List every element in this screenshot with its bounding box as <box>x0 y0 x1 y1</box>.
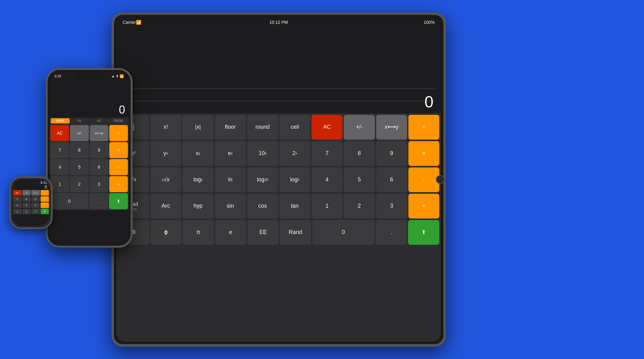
btn-e-to-x[interactable]: ex <box>215 141 246 166</box>
iphone-tab-main[interactable]: MAIN <box>51 118 70 123</box>
btn-round[interactable]: round <box>247 115 278 140</box>
watch-row-3: 4 5 6 - <box>13 202 49 208</box>
btn-5[interactable]: 5 <box>344 167 375 192</box>
btn-cos[interactable]: cos <box>247 194 278 218</box>
watch-btn-2[interactable]: 2 <box>22 209 31 214</box>
iphone-btn-decimal[interactable]: . <box>89 193 108 209</box>
btn-log2[interactable]: log2 <box>279 167 310 192</box>
ipad-battery: 100% <box>424 20 435 25</box>
btn-two-to-x[interactable]: 2x <box>279 141 310 166</box>
iphone-btn-multiply[interactable]: × <box>109 142 128 158</box>
iphone-btn-5[interactable]: 5 <box>70 159 89 175</box>
btn-4[interactable]: 4 <box>311 167 342 192</box>
btn-log-y[interactable]: logy <box>182 167 213 192</box>
ipad-row-1: 1x x! |x| floor round ceil AC +/- x⟷y ÷ <box>118 115 439 140</box>
btn-yth-root[interactable]: y√x <box>150 167 181 192</box>
watch-keyboard: AC +/- x↔y ÷ 7 8 9 × 4 5 6 - 1 2 3 ⬆ <box>12 189 50 215</box>
watch-btn-pm[interactable]: +/- <box>22 190 31 196</box>
iphone-tab-prgm[interactable]: PRGM <box>109 118 128 123</box>
btn-6[interactable]: 6 <box>376 167 407 192</box>
watch-btn-subtract[interactable]: - <box>41 202 49 208</box>
btn-1[interactable]: 1 <box>311 194 342 218</box>
btn-y-to-x[interactable]: yx <box>150 141 181 166</box>
btn-hyp[interactable]: hyp <box>182 194 213 218</box>
ipad-row-5: ⚙ ϕ π e EE Rand 0 . ⬆ <box>118 220 439 245</box>
watch-btn-ac[interactable]: AC <box>13 190 22 196</box>
ipad-carrier: Carrier <box>123 20 136 25</box>
watch-btn-4[interactable]: 4 <box>13 202 22 208</box>
ipad-home-button[interactable] <box>436 175 445 184</box>
iphone-tab-1[interactable]: #1 <box>70 118 89 123</box>
btn-log10[interactable]: log10 <box>247 167 278 192</box>
iphone-btn-4[interactable]: 4 <box>50 159 69 175</box>
watch-btn-divide[interactable]: ÷ <box>41 190 49 196</box>
btn-ln[interactable]: ln <box>215 167 246 192</box>
iphone-btn-6[interactable]: 6 <box>90 159 108 175</box>
ipad-row-4: RadDeg Arc hyp sin cos tan 1 2 3 + <box>118 194 439 218</box>
btn-subtract[interactable]: - <box>408 167 439 192</box>
iphone-row-3: 4 5 6 - <box>50 159 128 175</box>
btn-decimal[interactable]: . <box>376 220 407 245</box>
iphone-tab-2[interactable]: #2 <box>89 118 108 123</box>
watch-screen: 9:31 0 AC +/- x↔y ÷ 7 8 9 × 4 5 6 - 1 <box>12 180 50 226</box>
btn-8[interactable]: 8 <box>344 141 375 166</box>
btn-pi[interactable]: π <box>183 220 214 245</box>
iphone-btn-divide[interactable]: ÷ <box>109 125 128 141</box>
btn-floor[interactable]: floor <box>215 115 246 140</box>
btn-2[interactable]: 2 <box>344 194 375 218</box>
btn-multiply[interactable]: × <box>408 141 439 166</box>
btn-sin[interactable]: sin <box>215 194 246 218</box>
btn-arc[interactable]: Arc <box>150 194 181 218</box>
ipad-time: 10:12 PM <box>269 20 288 25</box>
btn-0[interactable]: 0 <box>312 220 375 245</box>
btn-shift[interactable]: ⬆ <box>408 220 439 245</box>
iphone-btn-ac[interactable]: AC <box>50 125 69 141</box>
watch-btn-swap[interactable]: x↔y <box>31 190 40 196</box>
btn-e[interactable]: e <box>215 220 246 245</box>
btn-ten-to-x[interactable]: 10x <box>247 141 278 166</box>
ipad-frame: Carrier 📶 10:12 PM 100% 0 1x x! |x| floo… <box>111 12 446 347</box>
watch-btn-1[interactable]: 1 <box>13 209 22 214</box>
iphone-btn-3[interactable]: 3 <box>90 176 108 192</box>
btn-9[interactable]: 9 <box>376 141 407 166</box>
iphone-btn-9[interactable]: 9 <box>90 142 108 158</box>
iphone-btn-add[interactable]: + <box>109 176 128 192</box>
btn-abs[interactable]: |x| <box>182 115 213 140</box>
iphone-btn-7[interactable]: 7 <box>50 142 69 158</box>
btn-factorial[interactable]: x! <box>150 115 181 140</box>
btn-ceil[interactable]: ceil <box>279 115 310 140</box>
iphone-btn-2[interactable]: 2 <box>70 176 89 192</box>
btn-3[interactable]: 3 <box>376 194 407 218</box>
watch-btn-9[interactable]: 9 <box>31 196 40 202</box>
btn-x-to-y[interactable]: xy <box>182 141 213 166</box>
btn-ac[interactable]: AC <box>311 115 342 140</box>
iphone-btn-subtract[interactable]: - <box>109 159 128 175</box>
btn-plus-minus[interactable]: +/- <box>344 115 375 140</box>
btn-rand[interactable]: Rand <box>280 220 311 245</box>
watch-btn-multiply[interactable]: × <box>41 196 49 202</box>
ipad-row-3: √x y√x logy ln log10 log2 4 5 6 - <box>118 167 439 192</box>
btn-ee[interactable]: EE <box>247 220 279 245</box>
iphone-btn-swap[interactable]: x⟷y <box>90 125 108 141</box>
ipad-screen: Carrier 📶 10:12 PM 100% 0 1x x! |x| floo… <box>116 17 441 342</box>
iphone-keyboard: AC +/- x⟷y ÷ 7 8 9 × 4 5 6 - 1 2 <box>50 124 129 210</box>
iphone-btn-0[interactable]: 0 <box>50 193 88 209</box>
iphone-btn-1[interactable]: 1 <box>50 176 69 192</box>
btn-swap[interactable]: x⟷y <box>376 115 407 140</box>
iphone-btn-shift[interactable]: ⬆ <box>109 193 128 209</box>
btn-divide[interactable]: ÷ <box>408 115 439 140</box>
watch-btn-3[interactable]: 3 <box>31 209 40 214</box>
watch-btn-6[interactable]: 6 <box>31 202 40 208</box>
btn-phi[interactable]: ϕ <box>150 220 182 245</box>
ipad-display-line2 <box>123 101 435 101</box>
btn-tan[interactable]: tan <box>279 194 310 218</box>
iphone-tabs: MAIN #1 #2 PRGM <box>50 118 129 124</box>
btn-add[interactable]: + <box>408 194 439 218</box>
watch-btn-shift[interactable]: ⬆ <box>41 209 49 214</box>
watch-btn-7[interactable]: 7 <box>13 196 22 202</box>
btn-7[interactable]: 7 <box>311 141 342 166</box>
watch-btn-5[interactable]: 5 <box>22 202 31 208</box>
watch-btn-8[interactable]: 8 <box>22 196 31 202</box>
iphone-btn-8[interactable]: 8 <box>70 142 89 158</box>
iphone-btn-plus-minus[interactable]: +/- <box>70 125 89 141</box>
